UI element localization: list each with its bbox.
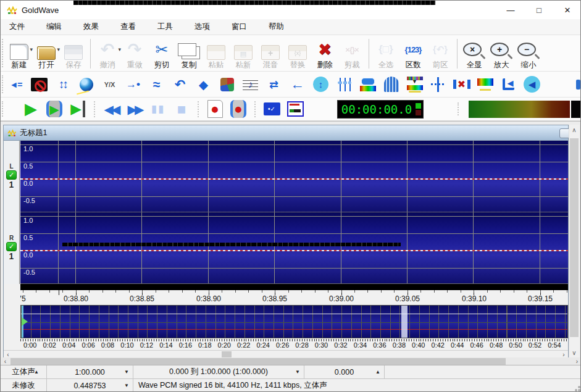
cursor-value-selector[interactable]: 0.448753 ▼ [47, 379, 133, 392]
waveform-display[interactable]: 1.00.50.0-0.5 1.00.50.0-0.5 [20, 141, 568, 284]
effect-interpolate-button[interactable] [217, 73, 237, 96]
fast-forward-button[interactable]: ▶▶ [123, 99, 146, 120]
document-scrollbar-thumb[interactable] [222, 351, 232, 357]
trim-button[interactable]: 剪裁 [339, 35, 365, 70]
dropdown-arrow-icon[interactable] [30, 46, 33, 52]
effect-bandstop-filter-button[interactable] [357, 73, 378, 96]
menu-view[interactable]: 查看 [118, 20, 138, 33]
stop-button[interactable]: ■ [170, 99, 193, 120]
dropdown-arrow-icon[interactable] [118, 46, 121, 52]
zoom-all-button[interactable]: 全显 [461, 35, 487, 70]
play-all-button[interactable]: ▶ [67, 99, 89, 120]
green-led [416, 103, 421, 109]
control-properties-button[interactable] [284, 99, 306, 120]
spinner-arrow-icon[interactable]: ▼ [295, 369, 300, 375]
workspace-vertical-scrollbar[interactable]: ∧ ∨ [569, 125, 579, 357]
effect-noise-gate-button[interactable] [381, 73, 401, 96]
rewind-button[interactable]: ◀◀ [100, 99, 122, 120]
selection-range-selector[interactable]: 0.000 到 1:00.000 (1:00.000) ▼ [133, 365, 304, 378]
transport-separator [90, 99, 99, 120]
left-channel-checkbox[interactable]: ✓ [6, 170, 17, 180]
menu-help[interactable]: 帮助 [266, 20, 286, 33]
close-button[interactable]: ✕ [553, 1, 581, 19]
redo-button[interactable]: 重做 [122, 35, 148, 70]
effect-pan-button[interactable]: ↕ [311, 73, 331, 96]
maximize-button[interactable]: □ [525, 1, 553, 19]
effect-flanger-button[interactable]: ≈ [146, 73, 167, 96]
left-channel-waveform[interactable]: 1.00.50.0-0.5 [20, 141, 568, 212]
spinner-arrow-icon[interactable]: ▼ [124, 383, 129, 388]
effect-maximize-volume-button[interactable]: ↕↕ [52, 73, 73, 96]
minimize-button[interactable]: — [496, 1, 525, 19]
monitor-toggle[interactable]: •✓ [261, 99, 283, 120]
time-axis[interactable]: 750:38.800:38.850:38.900:38.950:39.000:3… [20, 290, 568, 304]
play-selection-button[interactable]: ▶ [43, 99, 65, 120]
delete-button[interactable]: 删除 [312, 35, 338, 70]
select-all-button[interactable]: 全选 [373, 35, 399, 70]
overview-strip[interactable] [20, 305, 568, 338]
spinner-arrow-icon[interactable]: ▼ [124, 369, 129, 375]
save-button[interactable]: 保存 [61, 35, 86, 70]
paste-new-button[interactable]: 粘新 [230, 35, 256, 70]
effect-volume-shaper-button[interactable]: ◀ [498, 73, 519, 96]
zoom-in-button[interactable]: 放大 [488, 35, 514, 70]
playback-device-button[interactable]: ◀ [522, 73, 542, 96]
effect-shift-button[interactable]: ← [287, 73, 307, 96]
selection-count-button[interactable]: 区数 [400, 35, 426, 70]
play-button[interactable]: ▶ [20, 99, 42, 120]
new-button[interactable]: 新建 [6, 35, 32, 70]
spinner-arrow-icon[interactable]: ▲ [34, 369, 39, 375]
right-channel-waveform[interactable]: 1.00.50.0-0.5 [20, 212, 568, 284]
record-button[interactable]: ● [204, 99, 226, 120]
effect-mute-button[interactable] [29, 73, 49, 96]
cut-button[interactable]: 剪切 [149, 35, 175, 70]
scroll-down-arrow-icon[interactable]: ∨ [569, 348, 579, 357]
record-selection-button[interactable]: ● [227, 99, 249, 120]
undo-button[interactable]: 撤消 [94, 35, 120, 70]
effect-doppler-button[interactable] [76, 73, 96, 96]
effect-expression-evaluator-button[interactable]: Y/X [99, 73, 120, 96]
effect-spectrum-analyzer-button[interactable] [475, 73, 495, 96]
status-cell-text: 0.000 到 1:00.000 (1:00.000) [169, 367, 268, 377]
menu-tool[interactable]: 工具 [155, 20, 175, 33]
pause-button[interactable]: ▮▮ [147, 99, 169, 120]
toolbar-button-label: 剪切 [154, 60, 170, 70]
menu-edit[interactable]: 编辑 [44, 20, 64, 33]
view-window-indicator[interactable] [401, 306, 408, 338]
total-length-selector[interactable]: 1:00.000 ▼ [47, 365, 133, 378]
dropdown-arrow-icon[interactable] [57, 46, 60, 52]
paste-button[interactable]: 粘贴 [203, 35, 229, 70]
zoom-out-button[interactable]: 缩小 [516, 35, 541, 70]
ruler-top-band [20, 284, 568, 290]
document-title-bar[interactable]: 无标题1 [4, 125, 568, 141]
effect-offset-button[interactable]: →• [123, 73, 143, 96]
copy-button[interactable]: 复制 [176, 35, 202, 70]
effect-volume-matcher-button[interactable]: ◄= [6, 73, 26, 96]
replace-button[interactable]: 替换 [285, 35, 311, 70]
vertical-scrollbar-thumb[interactable] [570, 138, 579, 337]
menu-file[interactable]: 文件 [7, 20, 27, 33]
effect-noise-reduction-button[interactable]: ✖ [451, 73, 472, 96]
effect-reverse-button[interactable]: ↶ [170, 73, 190, 96]
menu-effect[interactable]: 效果 [81, 20, 101, 33]
effect-exchange-channels-button[interactable]: ⇄ [264, 73, 284, 96]
toolbar-button-icon [490, 43, 509, 56]
channel-mode-selector[interactable]: 立体声 ▲ [1, 365, 47, 378]
mix-button[interactable]: 混音 [257, 35, 283, 70]
menu-window[interactable]: 窗口 [229, 20, 249, 33]
effect-equalizer-button[interactable] [334, 73, 354, 96]
previous-selection-button[interactable]: 前区 [427, 35, 453, 70]
effect-spectrum-filter-button[interactable] [404, 73, 425, 96]
effect-mechanize-button[interactable]: ◆ [193, 73, 214, 96]
open-button[interactable]: 打开 [33, 35, 59, 70]
playback-position-marker[interactable] [22, 317, 28, 326]
spinner-arrow-icon[interactable]: ▲ [375, 369, 380, 375]
effect-auto-trim-button[interactable] [428, 73, 448, 96]
position-selector[interactable]: 0.000 ▲ [304, 365, 385, 378]
resize-grip[interactable] [573, 384, 580, 391]
right-channel-checkbox[interactable]: ✓ [6, 242, 17, 251]
horizontal-scrollbar-thumb[interactable] [10, 358, 506, 365]
menu-options[interactable]: 选项 [192, 20, 212, 33]
effect-pitch-button[interactable]: ♪ [240, 73, 261, 96]
scroll-up-arrow-icon[interactable]: ∧ [569, 125, 579, 135]
